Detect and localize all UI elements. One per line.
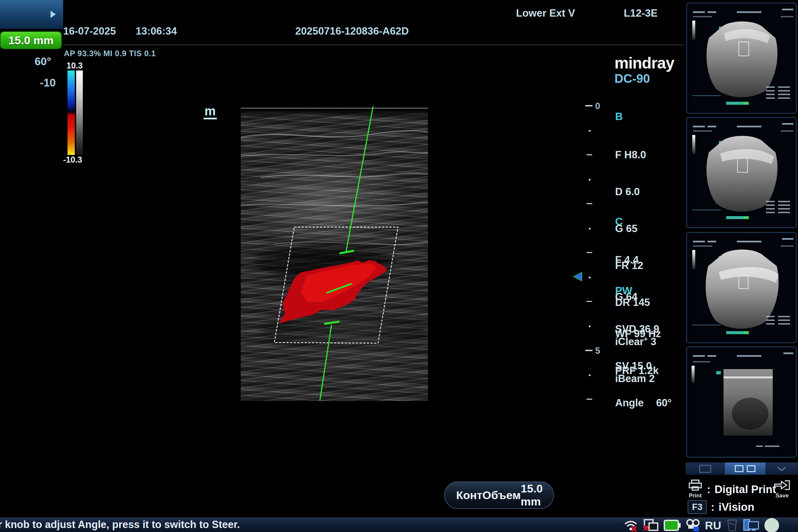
save-icon (773, 479, 791, 491)
status-message: r knob to adjust Angle, press it to swit… (0, 519, 240, 531)
f3-key[interactable]: F3 (688, 500, 707, 514)
grid-view-icon (735, 465, 743, 472)
thumbnail-1-image (687, 3, 796, 113)
thumbnail-view-toolbar (686, 462, 798, 475)
system-model: DC-90 (614, 72, 650, 86)
thumbnail-4[interactable] (686, 346, 797, 457)
measure-value: 15.0 mm (521, 482, 543, 508)
measure-label: КонтОбъем (456, 489, 521, 502)
color-scale-min: -10.3 (63, 155, 82, 165)
depth-button[interactable]: 15.0 mm (0, 31, 62, 49)
orientation-marker: m (204, 104, 217, 119)
single-view-icon (699, 465, 711, 473)
camera-icon[interactable] (686, 519, 700, 532)
quick-menu-panel[interactable] (0, 0, 63, 29)
pw-mode-parameters: PW SVD 36.9 SV 15.0 Angle 60° (615, 260, 672, 421)
print-key-label: Print (688, 492, 703, 499)
more-views-button[interactable] (765, 462, 798, 475)
ivision-hint-row: F3 : iVision (688, 500, 755, 514)
param-pw-sv: SV 15.0 (615, 360, 672, 372)
fascia-streaks (241, 131, 428, 245)
pw-angle-value: 60° (656, 397, 672, 409)
save-key[interactable]: Save (773, 479, 791, 499)
battery-icon[interactable] (664, 519, 681, 531)
thumbnail-3-image (687, 233, 796, 342)
expand-arrow-icon (51, 11, 56, 18)
thumbnail-annotation-text (693, 8, 793, 17)
focus-position-marker[interactable] (573, 272, 583, 281)
ultrasound-image[interactable] (241, 106, 428, 401)
skin-line (241, 108, 428, 109)
thumbnail-gray-bar (692, 21, 695, 40)
thumbnail-4-image (687, 347, 796, 457)
measure-result-button[interactable]: КонтОбъем 15.0 mm (444, 481, 554, 509)
grayscale-gradient (76, 71, 83, 155)
param-b-frequency: F H8.0 (615, 149, 657, 161)
depth-label-5: 5 (595, 346, 600, 356)
dual-monitor-icon[interactable] (743, 518, 760, 532)
color-scale-max: 10.3 (66, 61, 83, 71)
single-view-button[interactable] (686, 462, 725, 475)
acoustic-power-readout: AP 93.3% MI 0.9 TIS 0.1 (64, 49, 156, 58)
save-key-label: Save (773, 492, 791, 499)
doppler-color-bar (68, 71, 83, 155)
print-action-label: Digital Print (715, 483, 776, 496)
exam-date: 16-07-2025 (63, 25, 116, 37)
param-pw-angle: Angle 60° (615, 397, 672, 409)
b-mode-header: B (615, 110, 657, 123)
depth-label-0: 0 (595, 101, 600, 111)
brand-logo: mindray (614, 54, 674, 72)
exam-id: 20250716-120836-A62D (295, 25, 408, 37)
wifi-disconnected-icon[interactable] (623, 519, 639, 532)
ultrasound-system-screen: { "header": { "date": "16-07-2025", "tim… (0, 0, 798, 532)
touchpad-indicator-icon[interactable] (764, 518, 779, 532)
grid-view-button[interactable] (725, 462, 765, 475)
probe-model: L12-3E (624, 7, 658, 19)
ivision-action-label: iVision (719, 501, 755, 513)
thumbnail-2[interactable] (686, 117, 797, 228)
pw-mode-header: PW (615, 285, 672, 297)
image-overlay-graphics (241, 106, 428, 401)
pw-angle-label: Angle (615, 397, 644, 409)
thumbnail-1[interactable] (686, 3, 797, 114)
system-tray: RU (623, 518, 779, 532)
clipboard-icon[interactable] (726, 519, 739, 532)
doppler-velocity-gradient (68, 71, 75, 155)
steer-value: -10 (40, 76, 56, 89)
thumbnail-3[interactable] (686, 232, 797, 343)
exam-time: 13:06:34 (136, 25, 177, 37)
print-hint-row: Print : Digital Print (688, 479, 776, 499)
language-indicator[interactable]: RU (705, 519, 721, 532)
color-mode-header: C (615, 215, 661, 228)
print-key[interactable]: Print (688, 479, 703, 499)
header-divider (63, 44, 684, 45)
chevron-down-icon (777, 467, 786, 471)
exam-preset: Lower Ext V (516, 7, 575, 19)
depth-button-label: 15.0 mm (8, 34, 54, 47)
steer-angle-value: 60° (35, 55, 51, 68)
param-pw-svd: SVD 36.9 (615, 323, 672, 335)
thumbnail-2-image (687, 118, 796, 227)
printer-icon (688, 479, 703, 491)
display-link-disconnected-icon[interactable] (643, 518, 659, 532)
